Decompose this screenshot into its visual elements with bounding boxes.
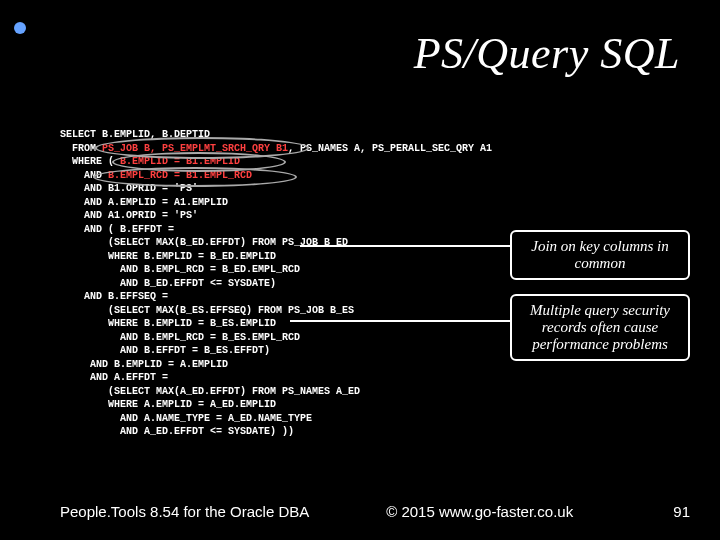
callout-performance: Multiple query security records often ca… [510, 294, 690, 361]
code-line: , PS_NAMES A, PS_PERALL_SEC_QRY A1 [288, 143, 492, 154]
slide-title: PS/Query SQL [414, 28, 680, 79]
code-line: AND B_ED.EFFDT <= SYSDATE) [60, 278, 276, 289]
code-highlight: B.EMPL_RCD = B1.EMPL_RCD [108, 170, 252, 181]
code-line: AND B.EMPLID = A.EMPLID [60, 359, 228, 370]
code-line: WHERE ( [60, 156, 120, 167]
sql-code-block: SELECT B.EMPLID, B.DEPTID FROM PS_JOB B,… [60, 128, 580, 439]
bullet-dot [14, 22, 26, 34]
code-line: SELECT B.EMPLID, B.DEPTID [60, 129, 210, 140]
code-line: (SELECT MAX(B_ED.EFFDT) FROM PS_JOB B_ED [60, 237, 348, 248]
code-line: AND A_ED.EFFDT <= SYSDATE) )) [60, 426, 294, 437]
code-line: AND ( B.EFFDT = [60, 224, 174, 235]
code-highlight: PS_JOB B, PS_EMPLMT_SRCH_QRY B1 [102, 143, 288, 154]
code-line: AND B.EMPL_RCD = B_ES.EMPL_RCD [60, 332, 300, 343]
code-line: AND B.EFFDT = B_ES.EFFDT) [60, 345, 270, 356]
footer-page: 91 [650, 503, 690, 520]
code-highlight: B.EMPLID = B1.EMPLID [120, 156, 240, 167]
code-line: FROM [60, 143, 102, 154]
code-line: AND B.EMPL_RCD = B_ED.EMPL_RCD [60, 264, 300, 275]
code-line: AND B1.OPRID = 'PS' [60, 183, 198, 194]
code-line: AND A.EMPLID = A1.EMPLID [60, 197, 228, 208]
code-line: AND A1.OPRID = 'PS' [60, 210, 198, 221]
code-line: (SELECT MAX(B_ES.EFFSEQ) FROM PS_JOB B_E… [60, 305, 354, 316]
code-line: (SELECT MAX(A_ED.EFFDT) FROM PS_NAMES A_… [60, 386, 360, 397]
code-line: AND A.EFFDT = [60, 372, 168, 383]
callout-join-keys: Join on key columns in common [510, 230, 690, 280]
code-line: WHERE A.EMPLID = A_ED.EMPLID [60, 399, 276, 410]
code-line: WHERE B.EMPLID = B_ES.EMPLID [60, 318, 276, 329]
footer-mid: © 2015 www.go-faster.co.uk [309, 503, 650, 520]
code-line: AND [60, 170, 108, 181]
footer: People.Tools 8.54 for the Oracle DBA © 2… [60, 503, 690, 520]
code-line: WHERE B.EMPLID = B_ED.EMPLID [60, 251, 276, 262]
callouts: Join on key columns in common Multiple q… [510, 230, 690, 375]
code-line: AND A.NAME_TYPE = A_ED.NAME_TYPE [60, 413, 312, 424]
footer-left: People.Tools 8.54 for the Oracle DBA [60, 503, 309, 520]
code-line: AND B.EFFSEQ = [60, 291, 168, 302]
